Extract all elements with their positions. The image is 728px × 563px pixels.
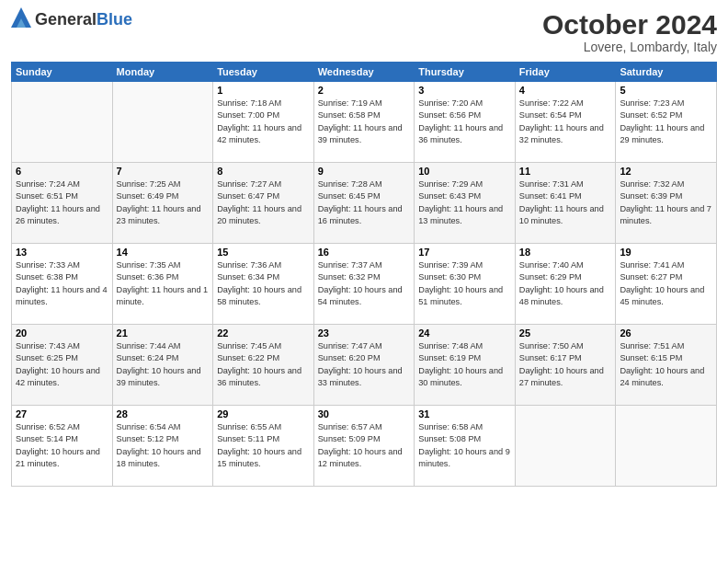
table-row: 29Sunrise: 6:55 AMSunset: 5:11 PMDayligh… xyxy=(213,406,314,487)
table-row: 19Sunrise: 7:41 AMSunset: 6:27 PMDayligh… xyxy=(616,244,717,325)
table-row: 20Sunrise: 7:43 AMSunset: 6:25 PMDayligh… xyxy=(12,325,113,406)
logo-blue: Blue xyxy=(97,10,132,29)
day-info: Sunrise: 7:36 AMSunset: 6:34 PMDaylight:… xyxy=(217,259,310,308)
table-row: 23Sunrise: 7:47 AMSunset: 6:20 PMDayligh… xyxy=(313,325,415,406)
logo-icon xyxy=(11,7,31,28)
day-number: 9 xyxy=(318,166,411,177)
table-row: 2Sunrise: 7:19 AMSunset: 6:58 PMDaylight… xyxy=(313,82,415,163)
table-row: 21Sunrise: 7:44 AMSunset: 6:24 PMDayligh… xyxy=(112,325,213,406)
day-info: Sunrise: 7:41 AMSunset: 6:27 PMDaylight:… xyxy=(620,259,712,308)
day-number: 13 xyxy=(16,247,108,258)
day-info: Sunrise: 7:18 AMSunset: 7:00 PMDaylight:… xyxy=(217,98,310,146)
day-info: Sunrise: 7:32 AMSunset: 6:39 PMDaylight:… xyxy=(620,178,712,227)
day-info: Sunrise: 7:50 AMSunset: 6:17 PMDaylight:… xyxy=(519,340,612,389)
day-number: 27 xyxy=(16,408,108,419)
day-info: Sunrise: 7:22 AMSunset: 6:54 PMDaylight:… xyxy=(519,98,612,146)
table-row: 6Sunrise: 7:24 AMSunset: 6:51 PMDaylight… xyxy=(12,163,113,244)
day-number: 22 xyxy=(217,327,310,339)
col-tuesday: Tuesday xyxy=(213,63,314,82)
table-row: 10Sunrise: 7:29 AMSunset: 6:43 PMDayligh… xyxy=(415,163,516,244)
calendar-table: Sunday Monday Tuesday Wednesday Thursday… xyxy=(11,62,717,487)
day-number: 8 xyxy=(217,166,310,177)
day-info: Sunrise: 7:51 AMSunset: 6:15 PMDaylight:… xyxy=(620,340,712,389)
month-title: October 2024 xyxy=(542,9,717,40)
table-row: 15Sunrise: 7:36 AMSunset: 6:34 PMDayligh… xyxy=(213,244,314,325)
day-number: 19 xyxy=(620,247,712,258)
day-info: Sunrise: 7:19 AMSunset: 6:58 PMDaylight:… xyxy=(318,98,411,146)
table-row: 4Sunrise: 7:22 AMSunset: 6:54 PMDaylight… xyxy=(515,82,616,163)
col-friday: Friday xyxy=(515,63,616,82)
day-number: 6 xyxy=(16,166,108,177)
col-saturday: Saturday xyxy=(616,63,717,82)
day-info: Sunrise: 7:29 AMSunset: 6:43 PMDaylight:… xyxy=(418,178,511,227)
day-number: 28 xyxy=(117,408,210,419)
table-row: 5Sunrise: 7:23 AMSunset: 6:52 PMDaylight… xyxy=(616,82,717,163)
day-info: Sunrise: 6:58 AMSunset: 5:08 PMDaylight:… xyxy=(418,421,511,470)
day-info: Sunrise: 7:35 AMSunset: 6:36 PMDaylight:… xyxy=(117,259,210,308)
table-row: 25Sunrise: 7:50 AMSunset: 6:17 PMDayligh… xyxy=(515,325,616,406)
day-info: Sunrise: 7:48 AMSunset: 6:19 PMDaylight:… xyxy=(418,340,511,389)
table-row: 11Sunrise: 7:31 AMSunset: 6:41 PMDayligh… xyxy=(515,163,616,244)
header: GeneralBlue October 2024 Lovere, Lombard… xyxy=(11,9,717,54)
table-row xyxy=(112,82,213,163)
day-info: Sunrise: 7:27 AMSunset: 6:47 PMDaylight:… xyxy=(217,178,310,227)
day-info: Sunrise: 7:28 AMSunset: 6:45 PMDaylight:… xyxy=(318,178,411,227)
day-number: 14 xyxy=(117,247,210,258)
col-sunday: Sunday xyxy=(12,63,113,82)
day-number: 17 xyxy=(418,247,511,258)
day-info: Sunrise: 7:47 AMSunset: 6:20 PMDaylight:… xyxy=(318,340,411,389)
table-row: 31Sunrise: 6:58 AMSunset: 5:08 PMDayligh… xyxy=(415,406,516,487)
page: GeneralBlue October 2024 Lovere, Lombard… xyxy=(0,0,728,563)
day-number: 3 xyxy=(418,85,511,96)
calendar-week-row: 6Sunrise: 7:24 AMSunset: 6:51 PMDaylight… xyxy=(12,163,717,244)
day-info: Sunrise: 7:44 AMSunset: 6:24 PMDaylight:… xyxy=(117,340,210,389)
day-info: Sunrise: 7:45 AMSunset: 6:22 PMDaylight:… xyxy=(217,340,310,389)
day-number: 26 xyxy=(620,327,712,339)
day-number: 4 xyxy=(519,85,612,96)
day-number: 24 xyxy=(418,327,511,339)
day-info: Sunrise: 7:39 AMSunset: 6:30 PMDaylight:… xyxy=(418,259,511,308)
table-row: 16Sunrise: 7:37 AMSunset: 6:32 PMDayligh… xyxy=(313,244,415,325)
calendar-week-row: 13Sunrise: 7:33 AMSunset: 6:38 PMDayligh… xyxy=(12,244,717,325)
table-row: 12Sunrise: 7:32 AMSunset: 6:39 PMDayligh… xyxy=(616,163,717,244)
day-number: 21 xyxy=(117,327,210,339)
day-info: Sunrise: 6:57 AMSunset: 5:09 PMDaylight:… xyxy=(318,421,411,470)
day-info: Sunrise: 7:40 AMSunset: 6:29 PMDaylight:… xyxy=(519,259,612,308)
day-number: 7 xyxy=(117,166,210,177)
day-info: Sunrise: 6:54 AMSunset: 5:12 PMDaylight:… xyxy=(117,421,210,470)
col-thursday: Thursday xyxy=(415,63,516,82)
table-row: 18Sunrise: 7:40 AMSunset: 6:29 PMDayligh… xyxy=(515,244,616,325)
day-info: Sunrise: 7:31 AMSunset: 6:41 PMDaylight:… xyxy=(519,178,612,227)
day-number: 31 xyxy=(418,408,511,419)
day-number: 5 xyxy=(620,85,712,96)
day-number: 18 xyxy=(519,247,612,258)
day-info: Sunrise: 6:52 AMSunset: 5:14 PMDaylight:… xyxy=(16,421,108,470)
day-info: Sunrise: 7:24 AMSunset: 6:51 PMDaylight:… xyxy=(16,178,108,227)
table-row: 28Sunrise: 6:54 AMSunset: 5:12 PMDayligh… xyxy=(112,406,213,487)
table-row xyxy=(616,406,717,487)
table-row: 27Sunrise: 6:52 AMSunset: 5:14 PMDayligh… xyxy=(12,406,113,487)
day-number: 20 xyxy=(16,327,108,339)
table-row: 24Sunrise: 7:48 AMSunset: 6:19 PMDayligh… xyxy=(415,325,516,406)
day-number: 11 xyxy=(519,166,612,177)
day-number: 16 xyxy=(318,247,411,258)
col-monday: Monday xyxy=(112,63,213,82)
calendar-week-row: 1Sunrise: 7:18 AMSunset: 7:00 PMDaylight… xyxy=(12,82,717,163)
table-row: 9Sunrise: 7:28 AMSunset: 6:45 PMDaylight… xyxy=(313,163,415,244)
logo-general: General xyxy=(35,10,97,29)
day-number: 30 xyxy=(318,408,411,419)
table-row xyxy=(12,82,113,163)
table-row: 7Sunrise: 7:25 AMSunset: 6:49 PMDaylight… xyxy=(112,163,213,244)
table-row: 26Sunrise: 7:51 AMSunset: 6:15 PMDayligh… xyxy=(616,325,717,406)
table-row: 30Sunrise: 6:57 AMSunset: 5:09 PMDayligh… xyxy=(313,406,415,487)
day-number: 15 xyxy=(217,247,310,258)
logo: GeneralBlue xyxy=(11,9,132,29)
calendar-week-row: 20Sunrise: 7:43 AMSunset: 6:25 PMDayligh… xyxy=(12,325,717,406)
table-row: 17Sunrise: 7:39 AMSunset: 6:30 PMDayligh… xyxy=(415,244,516,325)
table-row xyxy=(515,406,616,487)
day-number: 2 xyxy=(318,85,411,96)
day-number: 1 xyxy=(217,85,310,96)
day-info: Sunrise: 7:37 AMSunset: 6:32 PMDaylight:… xyxy=(318,259,411,308)
day-number: 29 xyxy=(217,408,310,419)
day-number: 23 xyxy=(318,327,411,339)
